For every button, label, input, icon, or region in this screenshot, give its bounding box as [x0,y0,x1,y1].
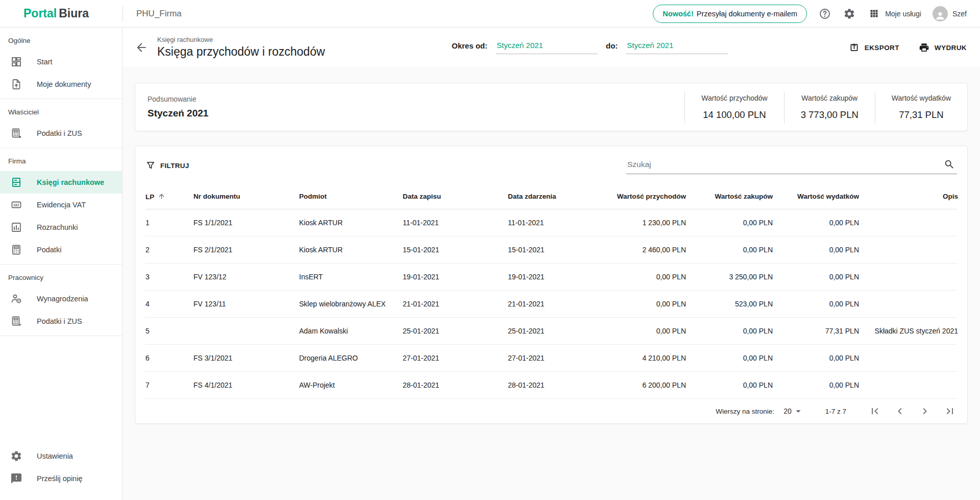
sidebar-item-label: Ewidencja VAT [37,201,86,209]
column-header-expenses[interactable]: Wartość wydatków [773,193,859,200]
metric-income: Wartość przychodów 14 100,00 PLN [684,91,783,123]
sidebar-item-moje-dokumenty[interactable]: Moje dokumenty [0,73,122,96]
column-header-doc[interactable]: Nr dokumentu [193,193,299,200]
print-button[interactable]: WYDRUK [919,42,967,53]
section-label: Firma [0,150,122,171]
sidebar: Ogólne Start Moje dokumenty Właściciel P… [0,28,122,500]
cell-lp: 1 [145,219,193,227]
last-page-icon[interactable] [944,405,956,417]
sidebar-item-podatki-zus-pracownicy[interactable]: P Podatki i ZUS [0,310,122,332]
metric-expenses: Wartość wydatków 77,31 PLN [875,91,967,123]
table-row[interactable]: 6 FS 3/1/2021 Drogeria ALEGRO 27-01-2021… [145,345,957,372]
ledger-icon [10,176,22,188]
print-label: WYDRUK [935,43,967,51]
sidebar-item-label: Prześlij opinię [37,474,82,483]
export-icon [849,42,860,53]
cell-expenses: 0,00 PLN [773,381,859,389]
period-controls: Okres od: Styczeń 2021 do: Styczeń 2021 [452,41,728,54]
cell-expenses: 0,00 PLN [773,300,859,308]
user-menu[interactable]: Szef [933,6,967,21]
search-icon[interactable] [944,159,955,170]
cell-income: 0,00 PLN [595,327,686,335]
cell-lp: 4 [145,300,193,308]
cell-entity: Sklep wielobranżowy ALEX [299,300,403,308]
table-row[interactable]: 4 FV 123/11 Sklep wielobranżowy ALEX 21-… [145,291,957,318]
cell-date-event: 21-01-2021 [508,300,595,308]
table-row[interactable]: 5 Adam Kowalski 25-01-2021 25-01-2021 0,… [145,318,957,345]
period-to-label: do: [606,41,618,54]
sidebar-item-przeslij-opinie[interactable]: Prześlij opinię [0,467,122,490]
cell-purchases: 523,00 PLN [686,300,773,308]
previous-page-icon[interactable] [894,405,906,417]
sidebar-item-podatki[interactable]: Podatki [0,239,122,261]
promo-button[interactable]: Nowość! Przesyłaj dokumenty e-mailem [653,5,807,23]
column-header-purchases[interactable]: Wartość zakupów [686,193,773,200]
sidebar-item-rozrachunki[interactable]: Rozrachunki [0,216,122,239]
sidebar-item-label: Moje dokumenty [37,80,91,88]
period-to-field[interactable]: Styczeń 2021 [626,41,728,54]
sidebar-item-label: Podatki [37,246,61,254]
sidebar-item-podatki-zus-wlasciciel[interactable]: Podatki i ZUS [0,122,122,145]
export-label: EKSPORT [865,43,899,51]
table-row[interactable]: 2 FS 2/1/2021 Kiosk ARTUR 15-01-2021 15-… [145,236,957,264]
cell-income: 6 200,00 PLN [595,381,686,389]
period-from-field[interactable]: Styczeń 2021 [496,41,598,54]
sidebar-item-start[interactable]: Start [0,51,122,73]
app-logo[interactable]: PortalBiura [0,7,122,20]
sidebar-item-label: Wynagrodzenia [37,295,88,303]
cell-doc: FS 4/1/2021 [193,381,299,389]
back-arrow-icon[interactable] [135,40,149,55]
table-row[interactable]: 7 FS 4/1/2021 AW-Projekt 28-01-2021 28-0… [145,372,957,399]
summary-period: Styczeń 2021 [148,108,208,119]
sidebar-item-label: Rozrachunki [37,223,78,231]
cell-lp: 2 [145,246,193,254]
ledger-table-card: FILTRUJ LP Nr dokumentu Podmiot Data zap… [135,146,968,424]
rows-per-page-select[interactable]: 20 [783,406,804,417]
sidebar-item-ksiegi-rachunkowe[interactable]: Księgi rachunkowe [0,171,122,194]
cell-entity: Drogeria ALEGRO [299,354,403,362]
filter-button[interactable]: FILTRUJ [145,160,189,171]
next-page-icon[interactable] [919,405,931,417]
search-input[interactable] [626,156,957,174]
topbar-divider [122,6,123,21]
settings-gear-icon[interactable] [843,7,856,20]
column-header-date-event[interactable]: Data zdarzenia [508,193,595,200]
metric-value: 3 773,00 PLN [801,109,859,121]
cell-doc: FV 123/11 [193,300,299,308]
sidebar-item-ewidencja-vat[interactable]: VAT Ewidencja VAT [0,194,122,216]
cell-lp: 6 [145,354,193,362]
my-services-button[interactable]: Moje usługi [867,7,921,20]
column-header-lp[interactable]: LP [145,193,193,201]
cell-lp: 3 [145,273,193,281]
cell-purchases: 0,00 PLN [686,381,773,389]
page-header: Księgi rachunkowe Księga przychodów i ro… [122,28,980,67]
sidebar-footer: Ustawienia Prześlij opinię [0,445,122,500]
sidebar-item-label: Start [37,58,53,66]
sidebar-item-label: Podatki i ZUS [37,129,82,137]
cell-purchases: 0,00 PLN [686,219,773,227]
table-row[interactable]: 3 FV 123/12 InsERT 19-01-2021 19-01-2021… [145,264,957,291]
avatar [933,6,948,21]
logo-part1: Portal [23,7,57,20]
export-button[interactable]: EKSPORT [849,42,899,53]
company-name: PHU_Firma [136,9,182,19]
column-header-date-entry[interactable]: Data zapisu [403,193,508,200]
cell-purchases: 0,00 PLN [686,354,773,362]
sidebar-item-ustawienia[interactable]: Ustawienia [0,445,122,467]
promo-highlight: Nowość! [663,10,693,18]
cell-date-entry: 11-01-2021 [403,219,508,227]
printer-icon [919,42,929,53]
cell-expenses: 0,00 PLN [773,354,859,362]
summary-label: Podsumowanie [148,95,208,103]
document-upload-icon [10,78,22,90]
cell-income: 0,00 PLN [595,300,686,308]
help-icon[interactable] [818,7,831,20]
table-row[interactable]: 1 FS 1/1/2021 Kiosk ARTUR 11-01-2021 11-… [145,209,957,236]
column-header-entity[interactable]: Podmiot [299,193,403,200]
column-header-income[interactable]: Wartość przychodów [595,193,686,200]
first-page-icon[interactable] [869,405,881,417]
cell-date-event: 11-01-2021 [508,219,595,227]
column-header-description[interactable]: Opis [859,193,958,200]
sidebar-item-wynagrodzenia[interactable]: Wynagrodzenia [0,288,122,310]
calculator-p-icon: P [10,315,22,327]
